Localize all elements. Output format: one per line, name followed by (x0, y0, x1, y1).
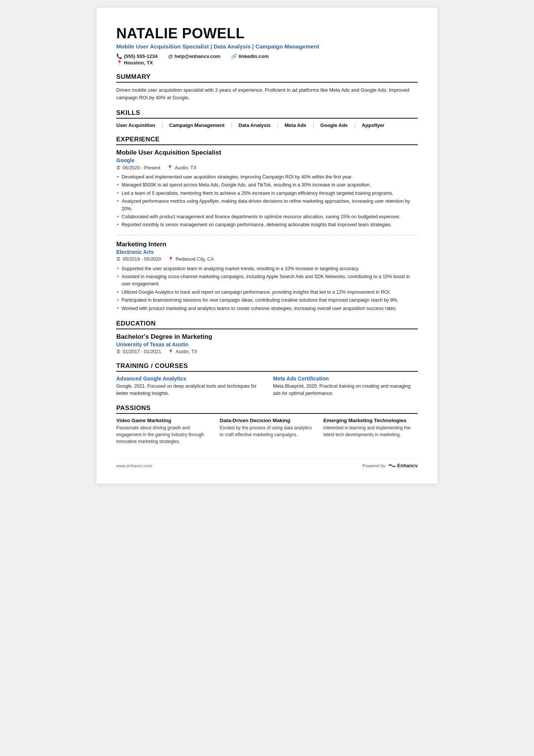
course-1: Advanced Google Analytics Google, 2021. … (116, 376, 261, 397)
company-1: Google (116, 157, 418, 163)
location-icon-1: 📍 (167, 165, 173, 171)
bullet-1-2: Managed $500K in ad spend across Meta Ad… (116, 182, 418, 189)
bullet-2-2: Assisted in managing cross-channel marke… (116, 273, 418, 288)
summary-heading: SUMMARY (116, 73, 418, 83)
job-meta-2: 🗓 05/2019 - 05/2020 📍 Redwood City, CA (116, 257, 418, 262)
passion-desc-2: Excited by the process of using data ana… (220, 424, 314, 438)
edu-location-1: 📍 Austin, TX (168, 349, 197, 355)
courses-grid: Advanced Google Analytics Google, 2021. … (116, 376, 418, 397)
skill-data-analysis: Data Analysis (232, 122, 278, 128)
enhancv-logo-icon (388, 463, 396, 468)
edu-entry-1: Bachelor's Degree in Marketing Universit… (116, 333, 418, 355)
passion-title-2: Data-Driven Decision Making (220, 418, 314, 423)
passion-title-1: Video Game Marketing (116, 418, 211, 423)
passion-3: Emerging Marketing Technologies Interest… (323, 418, 418, 445)
contact-row: 📞 (555) 555-1234 @ help@enhancv.com 🔗 li… (116, 53, 418, 59)
footer-brand: Powered by Enhancv (362, 463, 418, 468)
candidate-title: Mobile User Acquisition Specialist | Dat… (116, 43, 418, 50)
job-location-1: 📍 Austin, TX (167, 165, 196, 171)
education-section: EDUCATION Bachelor's Degree in Marketing… (116, 320, 418, 355)
passions-grid: Video Game Marketing Passionate about dr… (116, 418, 418, 445)
course-2: Meta Ads Certification Meta Blueprint, 2… (273, 376, 418, 397)
calendar-icon-1: 🗓 (116, 165, 121, 171)
training-section: TRAINING / COURSES Advanced Google Analy… (116, 362, 418, 397)
bullet-1-6: Reported monthly to senior management on… (116, 221, 418, 229)
resume-document: NATALIE POWELL Mobile User Acquisition S… (97, 8, 437, 484)
experience-heading: EXPERIENCE (116, 136, 418, 145)
phone-icon: 📞 (116, 53, 122, 59)
passion-title-3: Emerging Marketing Technologies (323, 418, 418, 423)
calendar-icon-2: 🗓 (116, 257, 121, 262)
bullet-2-5: Worked with product marketing and analyt… (116, 305, 418, 312)
job-bullets-2: Supported the user acquisition team in a… (116, 265, 418, 312)
job-entry-google: Mobile User Acquisition Specialist Googl… (116, 149, 418, 235)
job-title-1: Mobile User Acquisition Specialist (116, 149, 418, 157)
summary-text: Driven mobile user acquisition specialis… (116, 86, 418, 102)
bullet-1-1: Developed and implemented user acquisiti… (116, 174, 418, 181)
skills-list: User Acquisition Campaign Management Dat… (116, 122, 418, 128)
footer-website: www.enhancv.com (116, 463, 152, 468)
location-row: 📍 Houston, TX (116, 60, 418, 66)
passion-desc-1: Passionate about driving growth and enga… (116, 424, 211, 445)
header-section: NATALIE POWELL Mobile User Acquisition S… (116, 26, 418, 66)
degree-1: Bachelor's Degree in Marketing (116, 333, 418, 341)
skill-meta-ads: Meta Ads (278, 122, 314, 128)
bullet-2-1: Supported the user acquisition team in a… (116, 265, 418, 272)
course-desc-2: Meta Blueprint, 2020. Practical training… (273, 383, 418, 397)
education-heading: EDUCATION (116, 320, 418, 329)
powered-by-label: Powered by (362, 463, 386, 468)
training-heading: TRAINING / COURSES (116, 362, 418, 372)
location-icon-edu: 📍 (168, 349, 174, 355)
job-meta-1: 🗓 06/2020 - Present 📍 Austin, TX (116, 165, 418, 171)
summary-section: SUMMARY Driven mobile user acquisition s… (116, 73, 418, 102)
bullet-1-3: Led a team of 5 specialists, mentoring t… (116, 190, 418, 197)
job-location-2: 📍 Redwood City, CA (168, 257, 214, 262)
edu-meta-1: 🗓 01/2017 - 01/2021 📍 Austin, TX (116, 349, 418, 355)
course-name-1: Advanced Google Analytics (116, 376, 261, 382)
skill-google-ads: Google Ads (314, 122, 355, 128)
bullet-1-5: Collaborated with product management and… (116, 213, 418, 221)
linkedin-contact[interactable]: 🔗 linkedin.com (231, 53, 269, 59)
experience-section: EXPERIENCE Mobile User Acquisition Speci… (116, 136, 418, 312)
job-bullets-1: Developed and implemented user acquisiti… (116, 174, 418, 229)
skills-heading: SKILLS (116, 109, 418, 119)
skill-user-acquisition: User Acquisition (116, 122, 162, 128)
enhancv-logo: Enhancv (388, 463, 418, 468)
course-name-2: Meta Ads Certification (273, 376, 418, 382)
location-icon: 📍 (116, 60, 122, 66)
location-icon-2: 📍 (168, 257, 174, 262)
bullet-2-4: Participated in brainstorming sessions f… (116, 297, 418, 304)
page-footer: www.enhancv.com Powered by Enhancv (116, 459, 418, 468)
skills-section: SKILLS User Acquisition Campaign Managem… (116, 109, 418, 128)
job-dates-2: 🗓 05/2019 - 05/2020 (116, 257, 161, 262)
school-1: University of Texas at Austin (116, 341, 418, 347)
email-icon: @ (168, 53, 173, 59)
passion-1: Video Game Marketing Passionate about dr… (116, 418, 211, 445)
course-desc-1: Google, 2021. Focused on deep analytical… (116, 383, 261, 397)
skill-campaign-management: Campaign Management (162, 122, 232, 128)
bullet-2-3: Utilized Google Analytics to track and r… (116, 289, 418, 296)
skill-appsflyer: Appsflyer (355, 122, 391, 128)
edu-dates-1: 🗓 01/2017 - 01/2021 (116, 349, 161, 354)
candidate-name: NATALIE POWELL (116, 26, 418, 42)
location-contact: 📍 Houston, TX (116, 60, 153, 66)
passion-2: Data-Driven Decision Making Excited by t… (220, 418, 314, 445)
passion-desc-3: Interested in learning and implementing … (323, 424, 418, 438)
job-entry-ea: Marketing Intern Electronic Arts 🗓 05/20… (116, 241, 418, 312)
calendar-icon-edu: 🗓 (116, 349, 121, 354)
phone-contact: 📞 (555) 555-1234 (116, 53, 158, 59)
passions-section: PASSIONS Video Game Marketing Passionate… (116, 404, 418, 445)
email-contact: @ help@enhancv.com (168, 53, 220, 59)
job-title-2: Marketing Intern (116, 241, 418, 248)
passions-heading: PASSIONS (116, 404, 418, 414)
company-2: Electronic Arts (116, 249, 418, 255)
job-dates-1: 🗓 06/2020 - Present (116, 165, 160, 171)
link-icon: 🔗 (231, 53, 237, 59)
bullet-1-4: Analyzed performance metrics using Appsf… (116, 198, 418, 213)
